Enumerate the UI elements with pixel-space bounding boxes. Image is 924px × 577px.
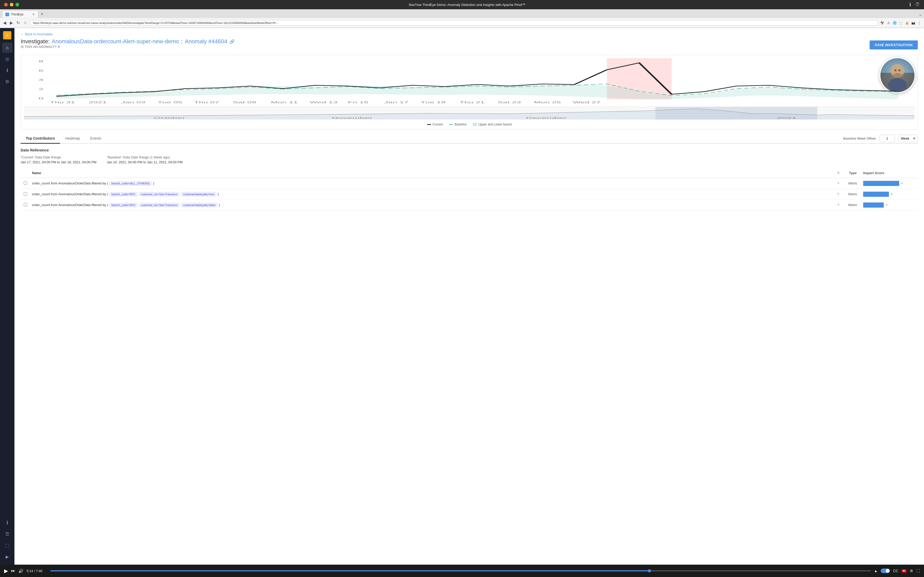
sidebar-logo[interactable]: ⚡ <box>3 31 11 39</box>
tab-top-contributors[interactable]: Top Contributors <box>21 134 60 144</box>
row1-checkbox[interactable] <box>24 181 27 185</box>
col-name-header: Name <box>32 171 834 175</box>
alert-name[interactable]: AnomalousData-ordercount-Alert-super-new… <box>52 38 179 45</box>
row2-checkbox[interactable] <box>24 192 27 195</box>
baseline-week-offset-input[interactable] <box>879 135 895 142</box>
info-icon[interactable]: ℹ <box>909 2 911 8</box>
sidebar-item-settings[interactable]: ⚙ <box>2 76 12 87</box>
sidebar-item-info[interactable]: ℹ <box>2 517 12 528</box>
svg-text:2021: 2021 <box>89 101 107 104</box>
url-bar[interactable]: https://thirdeye.saas.demo.startree.clou… <box>30 20 878 26</box>
sidebar-item-anomalies[interactable]: ℹ <box>2 65 12 76</box>
tabs-section: Top Contributors Heatmap Events Baseline… <box>21 134 918 210</box>
browser-tab-bar: T ThirdEye ✕ + ⌄ <box>0 9 924 18</box>
browser-tab[interactable]: T ThirdEye ✕ <box>2 11 38 18</box>
row1-name-prefix: order_count from AnomalousOrderData filt… <box>32 181 108 185</box>
row3-impact-bar <box>863 203 884 208</box>
bound-fill <box>57 84 898 100</box>
sidebar-item-home[interactable]: ⌂ <box>2 42 12 53</box>
tabs-header: Top Contributors Heatmap Events Baseline… <box>21 134 918 144</box>
row2-check[interactable] <box>24 192 32 196</box>
app-container: ⚡ ⌂ ◎ ℹ ⚙ ℹ ☰ ⬚ ▶ ← Back to Anomalies In… <box>0 28 924 565</box>
row2-filter-3[interactable]: customerHasloyalty=true <box>181 192 216 196</box>
svg-text:Tue 05: Tue 05 <box>158 101 183 104</box>
svg-text:Sat 09: Sat 09 <box>233 101 256 104</box>
col-plus-header[interactable]: + <box>834 170 843 176</box>
external-link-icon[interactable]: 🔗 <box>229 39 234 44</box>
svg-text:2021: 2021 <box>777 116 796 119</box>
row3-check[interactable] <box>24 203 32 207</box>
clock-icon[interactable]: ⏱ <box>915 2 920 8</box>
svg-text:4: 4 <box>39 78 44 81</box>
back-link[interactable]: ← Back to Anomalies <box>21 32 918 36</box>
row1-expand-icon[interactable]: ▾ <box>901 181 908 185</box>
close-button[interactable] <box>4 3 8 6</box>
row3-checkbox[interactable] <box>24 203 27 206</box>
chart-legend: Current Baseline Upper and Lower bound <box>24 122 914 126</box>
save-investigation-button[interactable]: SAVE INVESTIGATION <box>870 40 918 50</box>
current-date-label: "Current" Data Date Range <box>21 155 97 159</box>
anomaly-question[interactable]: IS THIS AN ANOMALY? ▾ <box>21 45 234 49</box>
row1-name-suffix: ) <box>153 181 154 185</box>
chart-container: 8 6 4 2 0 Thu 31 2021 Jan 03 Tue 05 Thu … <box>21 55 918 130</box>
row1-impact-bar <box>863 181 899 186</box>
row3-plus[interactable]: + <box>834 202 843 208</box>
row1-plus[interactable]: + <box>834 181 843 186</box>
row3-expand-icon[interactable]: ▾ <box>886 203 892 207</box>
tab-events[interactable]: Events <box>85 134 107 144</box>
svg-text:Mon 11: Mon 11 <box>271 101 298 104</box>
row3-type: Metric <box>843 203 863 207</box>
row1-check[interactable] <box>24 181 32 185</box>
row3-filter-2[interactable]: customer_loc=San Francisco <box>139 203 179 207</box>
row3-name: order_count from AnomalousOrderData filt… <box>32 203 834 207</box>
row3-filter-1[interactable]: branch_code=SFO <box>110 203 137 207</box>
row3-filter-3[interactable]: customerHasloyalty=false <box>181 203 217 207</box>
bound-swatch <box>473 123 477 126</box>
browser-chrome: T ThirdEye ✕ + ⌄ ◀ ▶ ↻ ☆ https://thirdey… <box>0 9 924 28</box>
sidebar-item-logout[interactable]: ⬚ <box>2 540 12 550</box>
anomaly-id[interactable]: Anomaly #44604 <box>185 38 228 45</box>
sidebar: ⚡ ⌂ ◎ ℹ ⚙ ℹ ☰ ⬚ ▶ <box>0 28 15 565</box>
extension-icon-1[interactable]: 🦅 <box>880 20 885 26</box>
extension-icon-2[interactable]: ⚠ <box>886 20 891 26</box>
back-nav-button[interactable]: ◀ <box>2 20 7 26</box>
legend-bound: Upper and Lower bound <box>473 122 512 126</box>
date-ref-grid: "Current" Data Date Range Jan 17, 2021, … <box>21 155 918 164</box>
extension-icon-5[interactable]: 🔒 <box>905 20 909 26</box>
svg-text:Wed 27: Wed 27 <box>573 101 601 104</box>
svg-text:Wed 13: Wed 13 <box>310 101 338 104</box>
row2-plus[interactable]: + <box>834 192 843 197</box>
tab-close-button[interactable]: ✕ <box>32 13 35 16</box>
browser-menu-button[interactable]: ⌄ <box>919 12 922 17</box>
extension-icon-3[interactable]: 🌐 <box>892 20 897 26</box>
new-tab-button[interactable]: + <box>39 11 45 17</box>
sidebar-item-alerts[interactable]: ◎ <box>2 54 12 64</box>
current-swatch <box>427 124 431 125</box>
maximize-button[interactable] <box>16 3 19 6</box>
row2-expand-icon[interactable]: ▾ <box>891 192 897 196</box>
tabs-right: Baseline Week Offset: Week Day Month <box>843 135 918 142</box>
week-select[interactable]: Week Day Month <box>898 135 918 142</box>
row1-filter-1[interactable]: branch_code=(ALL_OTHERS) <box>110 181 152 185</box>
extension-icon-4[interactable]: ⬚ <box>898 20 903 26</box>
legend-current: Current <box>427 122 443 126</box>
browser-menu-dots[interactable]: ⋮ <box>917 20 922 26</box>
row2-filter-1[interactable]: branch_code=SFO <box>110 192 137 196</box>
baseline-date-label: "Baseline" Data Date Range (1 Week ago) <box>107 155 183 159</box>
extension-icon-6[interactable]: 📷 <box>911 20 916 26</box>
sidebar-expand-button[interactable]: ▶ <box>2 551 12 562</box>
svg-text:October: October <box>153 116 185 119</box>
row2-type: Metric <box>843 192 863 196</box>
row2-filter-2[interactable]: customer_loc=San Francisco <box>139 192 179 196</box>
sidebar-item-docs[interactable]: ☰ <box>2 529 12 539</box>
bookmark-nav-button[interactable]: ☆ <box>23 20 28 26</box>
tab-heatmap[interactable]: Heatmap <box>60 134 85 144</box>
svg-text:Fri 15: Fri 15 <box>348 101 368 104</box>
back-link-text[interactable]: Back to Anomalies <box>25 32 53 36</box>
minimize-button[interactable] <box>10 3 13 6</box>
row2-name-suffix: ) <box>218 192 219 196</box>
legend-current-label: Current <box>433 122 443 126</box>
forward-nav-button[interactable]: ▶ <box>9 20 14 26</box>
row3-name-prefix: order_count from AnomalousOrderData filt… <box>32 203 108 207</box>
refresh-nav-button[interactable]: ↻ <box>16 20 21 26</box>
